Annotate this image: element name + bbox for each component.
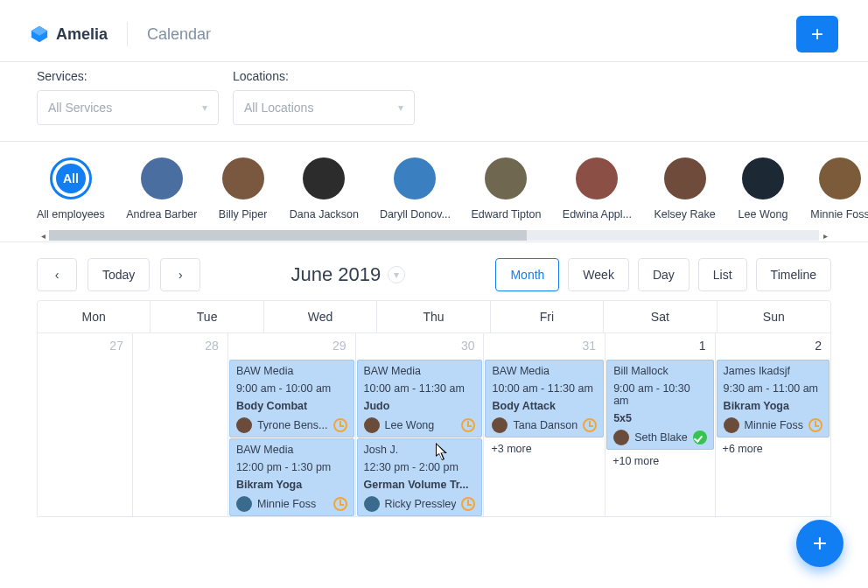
staff-name: Minnie Foss (257, 498, 328, 510)
avatar (742, 158, 784, 200)
event-service: Bikram Yoga (724, 400, 822, 412)
staff-name: Minnie Foss (745, 419, 803, 431)
calendar-cell[interactable]: 2James Ikadsjf9:30 am - 11:00 amBikram Y… (716, 333, 831, 517)
employee-item[interactable]: Kelsey Rake (654, 158, 715, 220)
event-title: Josh J. (364, 444, 476, 456)
event-title: BAW Media (236, 444, 347, 456)
employee-item[interactable]: Lee Wong (738, 158, 788, 220)
day-number: 30 (461, 339, 475, 353)
locations-filter-label: Locations: (233, 69, 415, 83)
employee-item[interactable]: AllAll employees (37, 158, 105, 220)
calendar-cell[interactable]: 30BAW Media10:00 am - 11:30 amJudoLee Wo… (356, 333, 485, 517)
next-period-button[interactable]: › (160, 258, 200, 291)
weekday-header: Sun (718, 301, 830, 332)
more-events-link[interactable]: +3 more (484, 438, 605, 460)
calendar-event[interactable]: BAW Media9:00 am - 10:00 amBody CombatTy… (229, 360, 354, 438)
view-month-button[interactable]: Month (495, 258, 559, 291)
avatar (141, 158, 183, 200)
calendar-event[interactable]: James Ikadsjf9:30 am - 11:00 amBikram Yo… (717, 360, 830, 438)
services-select[interactable]: All Services ▾ (37, 90, 219, 125)
employee-item[interactable]: Dana Jackson (290, 158, 358, 220)
employee-item[interactable]: Andrea Barber (128, 158, 196, 220)
event-time: 9:00 am - 10:00 am (236, 382, 347, 395)
weekday-header: Sat (604, 301, 717, 332)
staff-avatar (613, 430, 629, 445)
today-button[interactable]: Today (88, 258, 150, 291)
employee-name: Minnie Foss (810, 208, 868, 220)
view-week-button[interactable]: Week (568, 258, 629, 291)
today-label: Today (102, 268, 135, 282)
avatar (485, 158, 527, 200)
calendar-cell[interactable]: 1Bill Mallock9:00 am - 10:30 am5x5Seth B… (606, 333, 715, 517)
calendar-event[interactable]: BAW Media10:00 am - 11:30 amBody AttackT… (485, 360, 604, 438)
calendar-event[interactable]: Josh J.12:30 pm - 2:00 pmGerman Volume T… (357, 438, 483, 516)
weekday-header: Fri (491, 301, 604, 332)
calendar-event[interactable]: Bill Mallock9:00 am - 10:30 am5x5Seth Bl… (606, 360, 713, 450)
day-number: 29 (332, 339, 346, 353)
employee-item[interactable]: Billy Piper (219, 158, 268, 220)
event-title: Bill Mallock (613, 365, 706, 377)
staff-avatar (724, 417, 739, 433)
weekday-header: Thu (377, 301, 490, 332)
event-title: BAW Media (364, 365, 476, 377)
event-service: 5x5 (613, 412, 706, 424)
locations-select[interactable]: All Locations ▾ (233, 90, 415, 125)
status-pending-icon (333, 418, 347, 432)
status-approved-icon (693, 430, 707, 444)
employee-name: Andrea Barber (126, 208, 197, 220)
calendar-event[interactable]: BAW Media10:00 am - 11:30 amJudoLee Wong (357, 360, 483, 438)
status-pending-icon (461, 497, 475, 511)
employee-item[interactable]: Edward Tipton (472, 158, 540, 220)
add-appointment-button[interactable]: + (796, 16, 838, 52)
calendar-cell[interactable]: 28 (133, 333, 228, 517)
day-number: 2 (815, 339, 822, 353)
avatar (819, 158, 861, 200)
staff-avatar (236, 417, 252, 433)
employee-item[interactable]: Minnie Foss (810, 158, 868, 220)
weekday-header: Tue (150, 301, 263, 332)
calendar-cell[interactable]: 29BAW Media9:00 am - 10:00 amBody Combat… (228, 333, 356, 517)
day-number: 28 (205, 339, 219, 353)
event-time: 12:00 pm - 1:30 pm (236, 461, 347, 473)
event-service: German Volume Tr... (364, 479, 476, 491)
period-label: June 2019 (291, 263, 382, 286)
chevron-left-icon: ‹ (55, 268, 60, 282)
services-filter-label: Services: (37, 69, 219, 83)
more-events-link[interactable]: +6 more (716, 438, 830, 460)
view-timeline-button[interactable]: Timeline (756, 258, 831, 291)
calendar-cell[interactable]: 27 (38, 333, 133, 517)
status-pending-icon (583, 418, 597, 432)
calendar-event[interactable]: BAW Media12:00 pm - 1:30 pmBikram YogaMi… (229, 438, 354, 516)
view-day-button[interactable]: Day (638, 258, 690, 291)
event-title: James Ikadsjf (724, 365, 822, 377)
employee-name: Edward Tipton (471, 208, 541, 220)
more-events-link[interactable]: +10 more (606, 450, 714, 472)
staff-avatar (236, 496, 252, 512)
employee-scrollbar[interactable]: ◂ ▸ (37, 229, 831, 242)
staff-name: Seth Blake (634, 431, 687, 444)
staff-name: Tyrone Bens... (257, 419, 328, 431)
prev-period-button[interactable]: ‹ (37, 258, 77, 291)
all-badge: All (56, 164, 86, 193)
fab-add-button[interactable]: + (796, 520, 844, 567)
employee-name: Dana Jackson (290, 208, 359, 220)
event-service: Judo (364, 400, 476, 412)
calendar-cell[interactable]: 31BAW Media10:00 am - 11:30 amBody Attac… (484, 333, 606, 517)
chevron-down-icon: ▾ (202, 102, 207, 114)
event-service: Body Attack (492, 400, 597, 412)
scroll-left-icon: ◂ (37, 231, 49, 241)
event-time: 10:00 am - 11:30 am (492, 382, 597, 395)
employee-item[interactable]: Edwina Appl... (563, 158, 631, 220)
view-list-button[interactable]: List (698, 258, 747, 291)
staff-avatar (492, 417, 508, 433)
day-number: 27 (109, 339, 123, 353)
period-dropdown[interactable]: ▾ (388, 266, 405, 284)
staff-name: Tana Danson (513, 419, 578, 431)
employee-item[interactable]: Daryll Donov... (381, 158, 449, 220)
staff-avatar (364, 496, 380, 512)
chevron-down-icon: ▾ (398, 102, 403, 114)
brand-logo[interactable]: Amelia (30, 24, 108, 44)
avatar (394, 158, 436, 200)
services-select-value: All Services (48, 101, 112, 115)
event-time: 12:30 pm - 2:00 pm (364, 461, 476, 473)
